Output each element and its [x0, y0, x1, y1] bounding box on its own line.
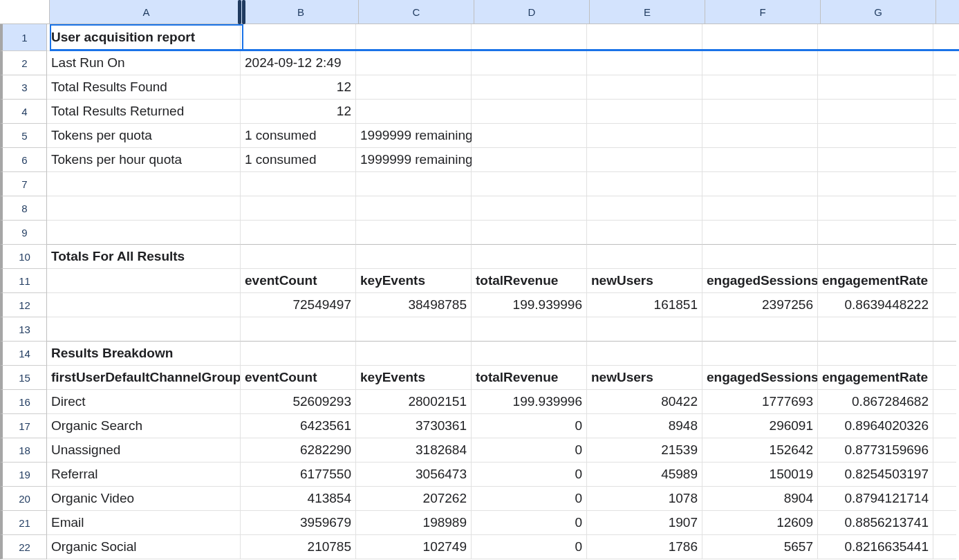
cell-G15[interactable]: engagementRate: [818, 366, 933, 390]
row-header-21[interactable]: 21: [0, 511, 47, 535]
cell-C4[interactable]: [356, 100, 472, 124]
cell-G19[interactable]: 0.8254503197: [818, 463, 933, 487]
cell-F19[interactable]: 150019: [702, 463, 818, 487]
cell-F3[interactable]: [702, 75, 818, 100]
row-header-9[interactable]: 9: [0, 221, 47, 245]
cell-H9[interactable]: [933, 221, 956, 245]
cell-H16[interactable]: [933, 390, 956, 414]
cell-E20[interactable]: 1078: [587, 487, 702, 511]
cell-B2[interactable]: 2024-09-12 2:49: [241, 51, 356, 75]
cell-B14[interactable]: [241, 342, 356, 366]
cell-G12[interactable]: 0.8639448222: [818, 293, 933, 317]
row-header-5[interactable]: 5: [0, 124, 47, 148]
row-header-6[interactable]: 6: [0, 148, 47, 172]
cell-E2[interactable]: [587, 51, 702, 75]
row-header-13[interactable]: 13: [0, 317, 47, 342]
cell-H2[interactable]: [933, 51, 956, 75]
row-header-3[interactable]: 3: [0, 75, 47, 100]
col-header-F[interactable]: F: [705, 0, 821, 24]
cell-C15[interactable]: keyEvents: [356, 366, 472, 390]
col-header-D[interactable]: D: [474, 0, 590, 24]
cell-B21[interactable]: 3959679: [241, 511, 356, 535]
cell-G20[interactable]: 0.8794121714: [818, 487, 933, 511]
cell-B3[interactable]: 12: [241, 75, 356, 100]
cell-D2[interactable]: [472, 51, 587, 75]
cell-G3[interactable]: [818, 75, 933, 100]
cell-F16[interactable]: 1777693: [702, 390, 818, 414]
cell-H3[interactable]: [933, 75, 956, 100]
cell-E21[interactable]: 1907: [587, 511, 702, 535]
column-resize-handle-icon[interactable]: [238, 0, 245, 24]
cell-F13[interactable]: [702, 317, 818, 342]
cell-E17[interactable]: 8948: [587, 414, 702, 438]
cell-C11[interactable]: keyEvents: [356, 269, 472, 293]
cell-A20[interactable]: Organic Video: [47, 487, 241, 511]
cell-E14[interactable]: [587, 342, 702, 366]
row-header-18[interactable]: 18: [0, 438, 47, 463]
cell-H20[interactable]: [933, 487, 956, 511]
cell-C16[interactable]: 28002151: [356, 390, 472, 414]
row-header-7[interactable]: 7: [0, 172, 47, 196]
cell-D16[interactable]: 199.939996: [472, 390, 587, 414]
cell-C2[interactable]: [356, 51, 472, 75]
col-header-B[interactable]: B: [243, 0, 359, 24]
cell-F14[interactable]: [702, 342, 818, 366]
cell-A17[interactable]: Organic Search: [47, 414, 241, 438]
col-header-G[interactable]: G: [821, 0, 936, 24]
cell-D22[interactable]: 0: [472, 535, 587, 559]
cell-B19[interactable]: 6177550: [241, 463, 356, 487]
cell-D6[interactable]: [472, 148, 587, 172]
cell-E19[interactable]: 45989: [587, 463, 702, 487]
cell-E11[interactable]: newUsers: [587, 269, 702, 293]
row-header-11[interactable]: 11: [0, 269, 47, 293]
cell-H10[interactable]: [933, 245, 956, 269]
cell-C9[interactable]: [356, 221, 472, 245]
cell-G1[interactable]: [818, 24, 933, 51]
cell-D19[interactable]: 0: [472, 463, 587, 487]
cell-G22[interactable]: 0.8216635441: [818, 535, 933, 559]
cell-G18[interactable]: 0.8773159696: [818, 438, 933, 463]
cell-F9[interactable]: [702, 221, 818, 245]
cell-B9[interactable]: [241, 221, 356, 245]
cell-F1[interactable]: [702, 24, 818, 51]
row-header-19[interactable]: 19: [0, 463, 47, 487]
cell-C20[interactable]: 207262: [356, 487, 472, 511]
row-header-20[interactable]: 20: [0, 487, 47, 511]
cell-B20[interactable]: 413854: [241, 487, 356, 511]
cell-E18[interactable]: 21539: [587, 438, 702, 463]
cell-C14[interactable]: [356, 342, 472, 366]
cell-G17[interactable]: 0.8964020326: [818, 414, 933, 438]
cell-D18[interactable]: 0: [472, 438, 587, 463]
cell-H22[interactable]: [933, 535, 956, 559]
cell-B8[interactable]: [241, 196, 356, 221]
cell-C12[interactable]: 38498785: [356, 293, 472, 317]
cell-E4[interactable]: [587, 100, 702, 124]
cell-H15[interactable]: [933, 366, 956, 390]
cell-F12[interactable]: 2397256: [702, 293, 818, 317]
cell-A10[interactable]: Totals For All Results: [47, 245, 241, 269]
cell-B16[interactable]: 52609293: [241, 390, 356, 414]
cell-F11[interactable]: engagedSessions: [702, 269, 818, 293]
cell-D11[interactable]: totalRevenue: [472, 269, 587, 293]
cell-D1[interactable]: [472, 24, 587, 51]
cell-D10[interactable]: [472, 245, 587, 269]
cell-E12[interactable]: 161851: [587, 293, 702, 317]
cell-G11[interactable]: engagementRate: [818, 269, 933, 293]
cell-E5[interactable]: [587, 124, 702, 148]
cell-H18[interactable]: [933, 438, 956, 463]
cell-D4[interactable]: [472, 100, 587, 124]
cell-G4[interactable]: [818, 100, 933, 124]
cell-A14[interactable]: Results Breakdown: [47, 342, 241, 366]
cell-C21[interactable]: 198989: [356, 511, 472, 535]
cell-C6[interactable]: 1999999 remaining: [356, 148, 472, 172]
cell-A16[interactable]: Direct: [47, 390, 241, 414]
cell-H6[interactable]: [933, 148, 956, 172]
cell-A15[interactable]: firstUserDefaultChannelGroup: [47, 366, 241, 390]
row-header-22[interactable]: 22: [0, 535, 47, 559]
row-header-8[interactable]: 8: [0, 196, 47, 221]
cell-H12[interactable]: [933, 293, 956, 317]
cell-G2[interactable]: [818, 51, 933, 75]
cell-H17[interactable]: [933, 414, 956, 438]
row-header-14[interactable]: 14: [0, 342, 47, 366]
cell-A18[interactable]: Unassigned: [47, 438, 241, 463]
